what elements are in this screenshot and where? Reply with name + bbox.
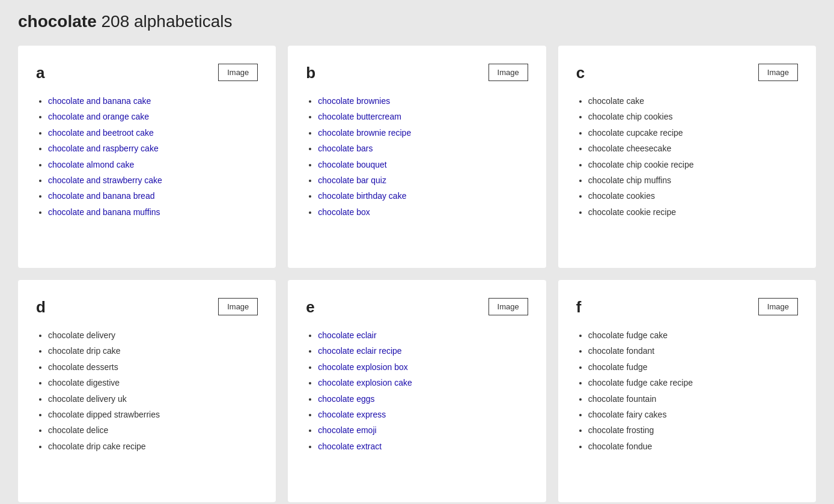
card-letter-e: e bbox=[306, 298, 314, 317]
list-item: chocolate cake bbox=[588, 94, 798, 108]
list-item-link[interactable]: chocolate explosion cake bbox=[318, 378, 412, 387]
list-item: chocolate box bbox=[318, 205, 528, 219]
image-button-f[interactable]: Image bbox=[758, 298, 798, 315]
list-item-link[interactable]: chocolate fudge cake recipe bbox=[588, 378, 693, 387]
card-d: dImagechocolate deliverychocolate drip c… bbox=[18, 280, 276, 502]
list-item: chocolate express bbox=[318, 408, 528, 421]
list-item: chocolate brownie recipe bbox=[318, 126, 528, 139]
list-item-link[interactable]: chocolate chip muffins bbox=[588, 175, 671, 185]
list-item: chocolate eclair bbox=[318, 329, 528, 342]
card-header-e: eImage bbox=[306, 298, 528, 317]
list-item-link[interactable]: chocolate eclair bbox=[318, 330, 376, 340]
list-item-link[interactable]: chocolate extract bbox=[318, 442, 382, 451]
list-item-link[interactable]: chocolate cupcake recipe bbox=[588, 128, 683, 138]
list-item: chocolate drip cake bbox=[48, 344, 258, 357]
list-item-link[interactable]: chocolate fondue bbox=[588, 442, 653, 451]
list-item: chocolate delice bbox=[48, 424, 258, 437]
list-item: chocolate buttercream bbox=[318, 110, 528, 123]
list-item-link[interactable]: chocolate brownies bbox=[318, 96, 390, 106]
list-item: chocolate and strawberry cake bbox=[48, 174, 258, 187]
list-item-link[interactable]: chocolate and strawberry cake bbox=[48, 175, 162, 185]
list-item: chocolate cookie recipe bbox=[588, 205, 798, 219]
list-item-link[interactable]: chocolate chip cookie recipe bbox=[588, 160, 694, 169]
list-item: chocolate and banana bread bbox=[48, 189, 258, 202]
list-item-link[interactable]: chocolate cookies bbox=[588, 191, 655, 201]
list-item-link[interactable]: chocolate eclair recipe bbox=[318, 346, 401, 356]
list-item: chocolate emoji bbox=[318, 424, 528, 437]
list-item-link[interactable]: chocolate and beetroot cake bbox=[48, 128, 154, 138]
list-item: chocolate birthday cake bbox=[318, 189, 528, 202]
card-list-c: chocolate cakechocolate chip cookieschoc… bbox=[576, 94, 798, 219]
list-item: chocolate chip cookie recipe bbox=[588, 158, 798, 171]
image-button-c[interactable]: Image bbox=[758, 64, 798, 81]
card-header-a: aImage bbox=[36, 64, 258, 82]
list-item-link[interactable]: chocolate cookie recipe bbox=[588, 207, 676, 217]
card-letter-c: c bbox=[576, 64, 585, 82]
list-item-link[interactable]: chocolate and banana cake bbox=[48, 96, 151, 106]
list-item: chocolate fudge bbox=[588, 360, 798, 374]
list-item-link[interactable]: chocolate cheesecake bbox=[588, 144, 672, 153]
card-b: bImagechocolate brownieschocolate butter… bbox=[288, 46, 546, 268]
list-item-link[interactable]: chocolate and banana muffins bbox=[48, 207, 160, 217]
list-item-link[interactable]: chocolate chip cookies bbox=[588, 112, 673, 121]
image-button-d[interactable]: Image bbox=[218, 298, 258, 315]
list-item-link[interactable]: chocolate explosion box bbox=[318, 362, 407, 372]
list-item: chocolate chip muffins bbox=[588, 174, 798, 187]
image-button-a[interactable]: Image bbox=[218, 64, 258, 81]
list-item: chocolate frosting bbox=[588, 424, 798, 437]
list-item-link[interactable]: chocolate almond cake bbox=[48, 160, 134, 169]
list-item: chocolate and banana cake bbox=[48, 94, 258, 108]
list-item-link[interactable]: chocolate buttercream bbox=[318, 112, 401, 121]
list-item-link[interactable]: chocolate and banana bread bbox=[48, 191, 154, 201]
list-item-link[interactable]: chocolate emoji bbox=[318, 425, 376, 435]
list-item-link[interactable]: chocolate cake bbox=[588, 96, 644, 106]
list-item: chocolate cupcake recipe bbox=[588, 126, 798, 139]
list-item-link[interactable]: chocolate fairy cakes bbox=[588, 410, 667, 419]
list-item: chocolate cheesecake bbox=[588, 142, 798, 155]
list-item-link[interactable]: chocolate bouquet bbox=[318, 160, 386, 169]
list-item: chocolate explosion cake bbox=[318, 376, 528, 389]
card-list-a: chocolate and banana cakechocolate and o… bbox=[36, 94, 258, 219]
list-item: chocolate bar quiz bbox=[318, 174, 528, 187]
card-e: eImagechocolate eclairchocolate eclair r… bbox=[288, 280, 546, 502]
list-item: chocolate dipped strawberries bbox=[48, 408, 258, 421]
list-item-link[interactable]: chocolate and raspberry cake bbox=[48, 144, 159, 153]
list-item-link[interactable]: chocolate delivery uk bbox=[48, 394, 127, 404]
list-item: chocolate and beetroot cake bbox=[48, 126, 258, 139]
list-item-link[interactable]: chocolate box bbox=[318, 207, 370, 217]
list-item-link[interactable]: chocolate eggs bbox=[318, 394, 374, 404]
list-item-link[interactable]: chocolate fudge cake bbox=[588, 330, 668, 340]
list-item-link[interactable]: chocolate drip cake bbox=[48, 346, 121, 356]
list-item-link[interactable]: chocolate birthday cake bbox=[318, 191, 406, 201]
list-item: chocolate extract bbox=[318, 440, 528, 453]
list-item-link[interactable]: chocolate bar quiz bbox=[318, 175, 386, 185]
image-button-e[interactable]: Image bbox=[489, 298, 528, 315]
list-item-link[interactable]: chocolate drip cake recipe bbox=[48, 442, 146, 451]
list-item: chocolate and raspberry cake bbox=[48, 142, 258, 155]
list-item: chocolate eggs bbox=[318, 392, 528, 405]
list-item: chocolate fondue bbox=[588, 440, 798, 453]
list-item-link[interactable]: chocolate digestive bbox=[48, 378, 120, 387]
list-item: chocolate bars bbox=[318, 142, 528, 155]
list-item-link[interactable]: chocolate fondant bbox=[588, 346, 655, 356]
list-item-link[interactable]: chocolate express bbox=[318, 410, 386, 419]
image-button-b[interactable]: Image bbox=[489, 64, 528, 81]
list-item-link[interactable]: chocolate fudge bbox=[588, 362, 648, 372]
list-item: chocolate fudge cake bbox=[588, 329, 798, 342]
list-item-link[interactable]: chocolate and orange cake bbox=[48, 112, 149, 121]
list-item-link[interactable]: chocolate bars bbox=[318, 144, 373, 153]
list-item-link[interactable]: chocolate delivery bbox=[48, 330, 115, 340]
list-item: chocolate delivery bbox=[48, 329, 258, 342]
list-item-link[interactable]: chocolate brownie recipe bbox=[318, 128, 411, 138]
list-item-link[interactable]: chocolate frosting bbox=[588, 425, 654, 435]
card-list-f: chocolate fudge cakechocolate fondantcho… bbox=[576, 329, 798, 453]
card-header-d: dImage bbox=[36, 298, 258, 317]
page-title: chocolate 208 alphabeticals bbox=[18, 12, 816, 31]
card-a: aImagechocolate and banana cakechocolate… bbox=[18, 46, 276, 268]
list-item: chocolate fairy cakes bbox=[588, 408, 798, 421]
list-item-link[interactable]: chocolate dipped strawberries bbox=[48, 410, 160, 419]
list-item: chocolate delivery uk bbox=[48, 392, 258, 405]
list-item-link[interactable]: chocolate delice bbox=[48, 425, 108, 435]
list-item-link[interactable]: chocolate desserts bbox=[48, 362, 118, 372]
list-item-link[interactable]: chocolate fountain bbox=[588, 394, 657, 404]
